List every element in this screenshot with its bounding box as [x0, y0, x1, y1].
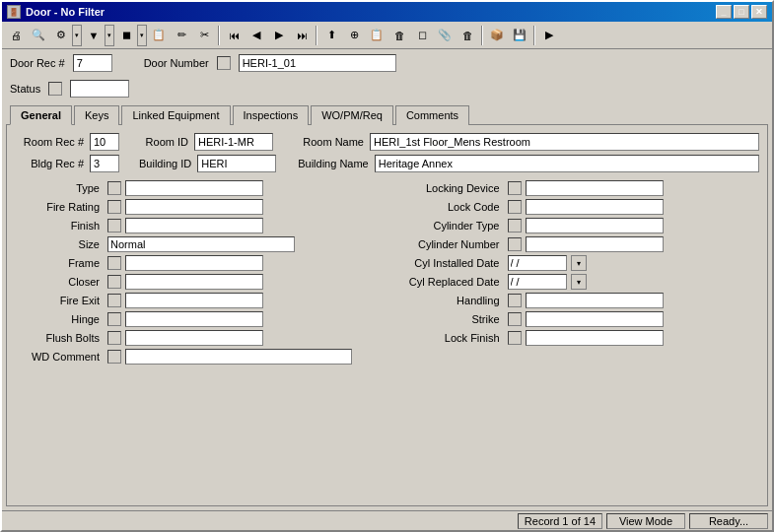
building-id-label: Building ID: [139, 158, 191, 169]
title-bar-buttons: _ □ ✕: [716, 5, 767, 19]
handling-input[interactable]: [526, 293, 664, 308]
strike-input[interactable]: [526, 311, 664, 327]
room-rec-input[interactable]: [90, 133, 119, 151]
lock-finish-input[interactable]: [526, 330, 664, 346]
filter-dropdown[interactable]: ▾: [105, 25, 114, 46]
wd-comment-input[interactable]: [125, 349, 352, 365]
add-button[interactable]: ⊕: [343, 25, 365, 46]
room-id-label: Room ID: [139, 136, 188, 148]
delete-button[interactable]: 🗑: [388, 25, 410, 46]
closer-input[interactable]: [125, 274, 263, 290]
room-name-input[interactable]: [370, 133, 759, 151]
bldg-row: Bldg Rec # Building ID Building Name: [15, 155, 759, 172]
locking-device-input[interactable]: [526, 180, 664, 196]
blank1-button[interactable]: ◻: [411, 25, 433, 46]
frame-row: Frame: [15, 255, 380, 271]
cylinder-number-label: Cylinder Number: [395, 238, 504, 250]
record-status: Record 1 of 14: [518, 513, 602, 529]
cyl-replaced-input[interactable]: [508, 274, 567, 290]
wd-comment-indicator: [107, 350, 121, 364]
up-button[interactable]: ⬆: [320, 25, 342, 46]
lock-code-indicator: [508, 200, 522, 214]
prev-record-button[interactable]: ◀: [246, 25, 267, 46]
bldg-rec-label: Bldg Rec #: [15, 158, 84, 169]
layout-dropdown[interactable]: ▾: [137, 25, 147, 46]
tab-comments[interactable]: Comments: [395, 105, 469, 125]
first-record-button[interactable]: ⏮: [223, 25, 245, 46]
strike-label: Strike: [395, 313, 504, 325]
filter-button[interactable]: ▼: [83, 25, 105, 46]
size-label: Size: [15, 238, 104, 250]
size-input[interactable]: [107, 236, 295, 252]
run-button[interactable]: ▶: [538, 25, 560, 46]
cylinder-type-input[interactable]: [526, 218, 664, 233]
cyl-installed-dropdown[interactable]: ▾: [571, 255, 587, 271]
cylinder-number-input[interactable]: [526, 236, 664, 252]
building-name-input[interactable]: [375, 155, 759, 172]
frame-indicator: [107, 256, 121, 270]
tab-inspections[interactable]: Inspections: [233, 105, 310, 125]
status-row: Status: [2, 77, 772, 100]
type-label: Type: [15, 182, 104, 194]
tools-button[interactable]: ⚙: [50, 25, 72, 46]
last-record-button[interactable]: ⏭: [291, 25, 313, 46]
flush-bolts-label: Flush Bolts: [15, 332, 104, 344]
copy-button[interactable]: 📋: [366, 25, 387, 46]
fire-exit-indicator: [107, 294, 121, 307]
handling-label: Handling: [395, 295, 504, 306]
bldg-rec-input[interactable]: [90, 155, 119, 172]
minimize-button[interactable]: _: [716, 5, 732, 19]
status-input[interactable]: [70, 80, 129, 98]
tools-dropdown[interactable]: ▾: [72, 25, 82, 46]
closer-indicator: [107, 275, 121, 289]
cyl-replaced-dropdown[interactable]: ▾: [571, 274, 587, 290]
package-button[interactable]: 📦: [486, 25, 508, 46]
form-columns: Type Fire Rating Finish: [15, 180, 759, 367]
room-building-row: Room Rec # Room ID Room Name: [15, 133, 759, 151]
search-button[interactable]: 🔍: [28, 25, 49, 46]
next-record-button[interactable]: ▶: [268, 25, 290, 46]
fire-exit-input[interactable]: [125, 293, 263, 308]
finish-row: Finish: [15, 218, 380, 233]
maximize-button[interactable]: □: [734, 5, 749, 19]
save-button[interactable]: 💾: [509, 25, 530, 46]
close-button[interactable]: ✕: [751, 5, 767, 19]
cylinder-type-label: Cylinder Type: [395, 220, 504, 232]
attach-button[interactable]: 📎: [434, 25, 456, 46]
room-rec-label: Room Rec #: [15, 136, 84, 148]
edit-button[interactable]: ✏: [171, 25, 192, 46]
cut-button[interactable]: ✂: [193, 25, 215, 46]
door-number-input[interactable]: [239, 54, 396, 72]
building-id-input[interactable]: [197, 155, 276, 172]
fire-exit-label: Fire Exit: [15, 295, 104, 306]
frame-input[interactable]: [125, 255, 263, 271]
flush-bolts-indicator: [107, 331, 121, 345]
title-bar: 🚪 Door - No Filter _ □ ✕: [2, 2, 772, 22]
flush-bolts-input[interactable]: [125, 330, 263, 346]
cylinder-number-indicator: [508, 237, 522, 251]
tab-wo-pm-req[interactable]: WO/PM/Req: [311, 105, 393, 125]
lock-code-input[interactable]: [526, 199, 664, 215]
tab-general[interactable]: General: [10, 105, 72, 125]
delete2-button[interactable]: 🗑: [457, 25, 478, 46]
finish-label: Finish: [15, 220, 104, 232]
cylinder-number-row: Cylinder Number: [395, 236, 760, 252]
door-rec-input[interactable]: [73, 54, 112, 72]
status-indicator: [48, 82, 62, 96]
layout-button[interactable]: ◼: [115, 25, 137, 46]
room-id-input[interactable]: [194, 133, 273, 151]
hinge-input[interactable]: [125, 311, 263, 327]
tab-linked-equipment[interactable]: Linked Equipment: [121, 105, 230, 125]
finish-indicator: [107, 219, 121, 233]
fire-rating-indicator: [107, 200, 121, 214]
fire-rating-row: Fire Rating: [15, 199, 380, 215]
type-input[interactable]: [125, 180, 263, 196]
finish-input[interactable]: [125, 218, 263, 233]
locking-device-indicator: [508, 181, 522, 195]
print-button[interactable]: 🖨: [5, 25, 27, 46]
clipboard-button[interactable]: 📋: [148, 25, 170, 46]
tab-keys[interactable]: Keys: [74, 105, 119, 125]
fire-rating-input[interactable]: [125, 199, 263, 215]
strike-row: Strike: [395, 311, 760, 327]
cyl-installed-input[interactable]: [508, 255, 567, 271]
